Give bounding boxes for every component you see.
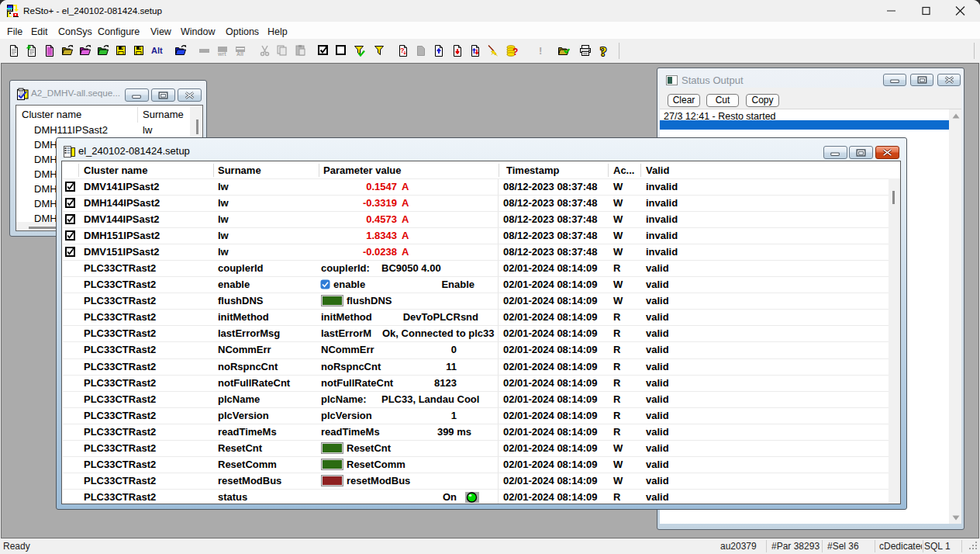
svg-text:Alt: Alt xyxy=(151,46,163,55)
svg-text:!: ! xyxy=(539,45,542,57)
svg-text:wrt: wrt xyxy=(217,51,226,57)
svg-text:?: ? xyxy=(600,44,607,57)
svg-text:All: All xyxy=(236,51,243,57)
svg-text:?: ? xyxy=(512,47,518,57)
